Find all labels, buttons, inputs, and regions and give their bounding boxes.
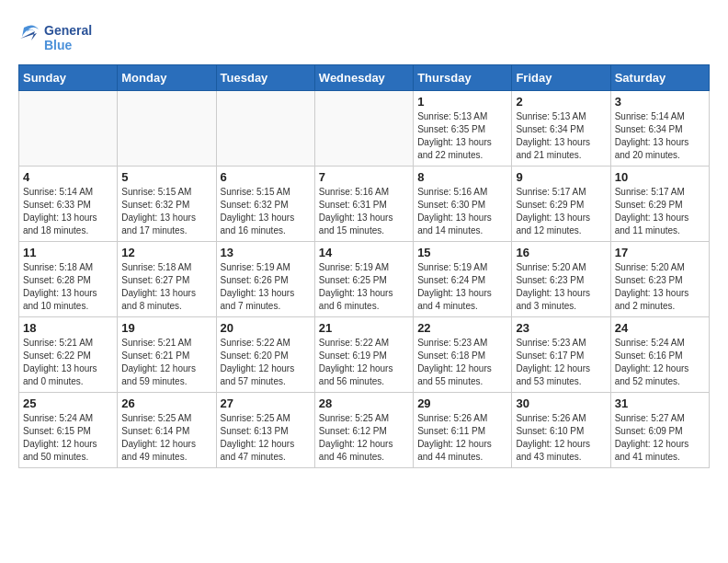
svg-text:Blue: Blue (44, 38, 73, 52)
day-number: 10 (615, 170, 705, 184)
column-header-thursday: Thursday (414, 65, 512, 91)
day-number: 13 (221, 246, 311, 259)
day-info: Sunrise: 5:23 AM Sunset: 6:18 PM Dayligh… (417, 337, 507, 388)
day-number: 28 (319, 396, 409, 410)
day-info: Sunrise: 5:16 AM Sunset: 6:31 PM Dayligh… (319, 186, 409, 237)
calendar-day (216, 91, 314, 167)
day-info: Sunrise: 5:26 AM Sunset: 6:10 PM Dayligh… (516, 412, 606, 464)
day-number: 29 (417, 396, 507, 410)
calendar-day: 19Sunrise: 5:21 AM Sunset: 6:21 PM Dayli… (118, 317, 216, 393)
day-number: 16 (516, 246, 606, 259)
svg-text:General: General (44, 23, 92, 38)
calendar-day: 18Sunrise: 5:21 AM Sunset: 6:22 PM Dayli… (19, 317, 118, 393)
day-number: 5 (121, 170, 211, 184)
day-number: 24 (615, 321, 705, 335)
calendar-day: 30Sunrise: 5:26 AM Sunset: 6:10 PM Dayli… (512, 393, 610, 468)
column-header-sunday: Sunday (19, 65, 118, 91)
calendar-day: 11Sunrise: 5:18 AM Sunset: 6:28 PM Dayli… (19, 242, 118, 317)
day-number: 1 (417, 95, 507, 109)
day-info: Sunrise: 5:21 AM Sunset: 6:21 PM Dayligh… (121, 337, 211, 388)
day-info: Sunrise: 5:26 AM Sunset: 6:11 PM Dayligh… (417, 412, 507, 464)
logo-svg: GeneralBlue (18, 18, 92, 55)
calendar-day (118, 91, 216, 167)
calendar-day: 3Sunrise: 5:14 AM Sunset: 6:34 PM Daylig… (610, 91, 709, 167)
day-info: Sunrise: 5:24 AM Sunset: 6:15 PM Dayligh… (23, 412, 113, 464)
day-number: 3 (615, 95, 705, 109)
calendar-day: 15Sunrise: 5:19 AM Sunset: 6:24 PM Dayli… (414, 242, 512, 317)
calendar-header-row: SundayMondayTuesdayWednesdayThursdayFrid… (19, 65, 710, 91)
calendar-week-row: 1Sunrise: 5:13 AM Sunset: 6:35 PM Daylig… (19, 91, 710, 167)
day-number: 14 (319, 246, 409, 259)
calendar-day: 5Sunrise: 5:15 AM Sunset: 6:32 PM Daylig… (118, 167, 216, 242)
calendar-day: 16Sunrise: 5:20 AM Sunset: 6:23 PM Dayli… (512, 242, 610, 317)
day-info: Sunrise: 5:19 AM Sunset: 6:24 PM Dayligh… (417, 261, 507, 313)
day-number: 30 (516, 396, 606, 410)
calendar-day: 10Sunrise: 5:17 AM Sunset: 6:29 PM Dayli… (610, 167, 709, 242)
day-info: Sunrise: 5:27 AM Sunset: 6:09 PM Dayligh… (615, 412, 705, 464)
day-number: 4 (23, 170, 113, 184)
day-info: Sunrise: 5:25 AM Sunset: 6:14 PM Dayligh… (121, 412, 211, 464)
day-info: Sunrise: 5:17 AM Sunset: 6:29 PM Dayligh… (516, 186, 606, 237)
calendar-week-row: 4Sunrise: 5:14 AM Sunset: 6:33 PM Daylig… (19, 167, 710, 242)
calendar-day (314, 91, 413, 167)
calendar-day: 31Sunrise: 5:27 AM Sunset: 6:09 PM Dayli… (610, 393, 709, 468)
calendar-day: 4Sunrise: 5:14 AM Sunset: 6:33 PM Daylig… (19, 167, 118, 242)
day-info: Sunrise: 5:19 AM Sunset: 6:25 PM Dayligh… (319, 261, 409, 313)
day-number: 15 (417, 246, 507, 259)
day-number: 26 (121, 396, 211, 410)
calendar-day: 24Sunrise: 5:24 AM Sunset: 6:16 PM Dayli… (610, 317, 709, 393)
calendar-table: SundayMondayTuesdayWednesdayThursdayFrid… (18, 64, 710, 468)
day-number: 11 (23, 246, 113, 259)
day-info: Sunrise: 5:25 AM Sunset: 6:12 PM Dayligh… (319, 412, 409, 464)
calendar-day: 29Sunrise: 5:26 AM Sunset: 6:11 PM Dayli… (414, 393, 512, 468)
calendar-day: 9Sunrise: 5:17 AM Sunset: 6:29 PM Daylig… (512, 167, 610, 242)
day-info: Sunrise: 5:16 AM Sunset: 6:30 PM Dayligh… (417, 186, 507, 237)
day-info: Sunrise: 5:25 AM Sunset: 6:13 PM Dayligh… (221, 412, 311, 464)
day-number: 12 (121, 246, 211, 259)
calendar-day: 2Sunrise: 5:13 AM Sunset: 6:34 PM Daylig… (512, 91, 610, 167)
day-info: Sunrise: 5:22 AM Sunset: 6:19 PM Dayligh… (319, 337, 409, 388)
day-number: 6 (221, 170, 311, 184)
day-number: 7 (319, 170, 409, 184)
calendar-week-row: 11Sunrise: 5:18 AM Sunset: 6:28 PM Dayli… (19, 242, 710, 317)
day-info: Sunrise: 5:23 AM Sunset: 6:17 PM Dayligh… (516, 337, 606, 388)
calendar-day: 7Sunrise: 5:16 AM Sunset: 6:31 PM Daylig… (314, 167, 413, 242)
calendar-day: 23Sunrise: 5:23 AM Sunset: 6:17 PM Dayli… (512, 317, 610, 393)
day-number: 22 (417, 321, 507, 335)
column-header-friday: Friday (512, 65, 610, 91)
day-info: Sunrise: 5:17 AM Sunset: 6:29 PM Dayligh… (615, 186, 705, 237)
day-info: Sunrise: 5:21 AM Sunset: 6:22 PM Dayligh… (23, 337, 113, 388)
day-number: 21 (319, 321, 409, 335)
day-info: Sunrise: 5:13 AM Sunset: 6:34 PM Dayligh… (516, 110, 606, 162)
calendar-day: 1Sunrise: 5:13 AM Sunset: 6:35 PM Daylig… (414, 91, 512, 167)
calendar-day: 20Sunrise: 5:22 AM Sunset: 6:20 PM Dayli… (216, 317, 314, 393)
day-info: Sunrise: 5:15 AM Sunset: 6:32 PM Dayligh… (221, 186, 311, 237)
day-info: Sunrise: 5:14 AM Sunset: 6:34 PM Dayligh… (615, 110, 705, 162)
calendar-day: 17Sunrise: 5:20 AM Sunset: 6:23 PM Dayli… (610, 242, 709, 317)
calendar-week-row: 18Sunrise: 5:21 AM Sunset: 6:22 PM Dayli… (19, 317, 710, 393)
day-number: 20 (221, 321, 311, 335)
calendar-day: 28Sunrise: 5:25 AM Sunset: 6:12 PM Dayli… (314, 393, 413, 468)
calendar-day: 13Sunrise: 5:19 AM Sunset: 6:26 PM Dayli… (216, 242, 314, 317)
calendar-day: 27Sunrise: 5:25 AM Sunset: 6:13 PM Dayli… (216, 393, 314, 468)
svg-marker-0 (20, 31, 37, 40)
day-info: Sunrise: 5:18 AM Sunset: 6:27 PM Dayligh… (121, 261, 211, 313)
day-number: 8 (417, 170, 507, 184)
day-info: Sunrise: 5:13 AM Sunset: 6:35 PM Dayligh… (417, 110, 507, 162)
calendar-day: 22Sunrise: 5:23 AM Sunset: 6:18 PM Dayli… (414, 317, 512, 393)
day-info: Sunrise: 5:20 AM Sunset: 6:23 PM Dayligh… (615, 261, 705, 313)
day-info: Sunrise: 5:15 AM Sunset: 6:32 PM Dayligh… (121, 186, 211, 237)
calendar-day: 8Sunrise: 5:16 AM Sunset: 6:30 PM Daylig… (414, 167, 512, 242)
calendar-week-row: 25Sunrise: 5:24 AM Sunset: 6:15 PM Dayli… (19, 393, 710, 468)
day-info: Sunrise: 5:24 AM Sunset: 6:16 PM Dayligh… (615, 337, 705, 388)
calendar-day: 26Sunrise: 5:25 AM Sunset: 6:14 PM Dayli… (118, 393, 216, 468)
page-header: GeneralBlue (18, 18, 710, 55)
day-info: Sunrise: 5:22 AM Sunset: 6:20 PM Dayligh… (221, 337, 311, 388)
column-header-wednesday: Wednesday (314, 65, 413, 91)
day-number: 25 (23, 396, 113, 410)
calendar-day (19, 91, 118, 167)
calendar-day: 21Sunrise: 5:22 AM Sunset: 6:19 PM Dayli… (314, 317, 413, 393)
day-info: Sunrise: 5:14 AM Sunset: 6:33 PM Dayligh… (23, 186, 113, 237)
column-header-monday: Monday (118, 65, 216, 91)
column-header-saturday: Saturday (610, 65, 709, 91)
